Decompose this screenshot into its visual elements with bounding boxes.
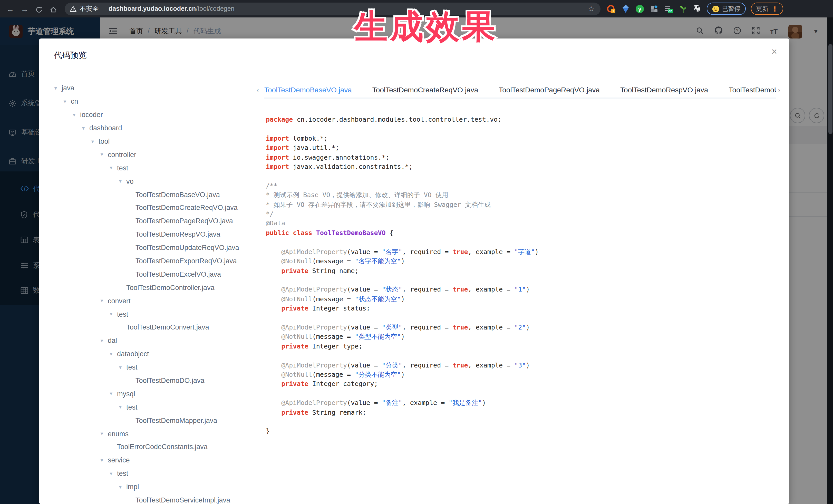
- caret-down-icon[interactable]: ▼: [109, 471, 117, 476]
- tree-folder[interactable]: ▼iocoder: [53, 108, 274, 122]
- tree-folder[interactable]: ▼mysql: [53, 387, 274, 401]
- tree-folder[interactable]: ▼service: [53, 454, 274, 467]
- file-tab[interactable]: ToolTestDemoPageReqVO.java: [499, 82, 600, 99]
- tree-file[interactable]: ToolTestDemoController.java: [53, 281, 274, 294]
- tree-folder[interactable]: ▼enums: [53, 427, 274, 440]
- tree-file[interactable]: ToolTestDemoServiceImpl.java: [53, 494, 274, 504]
- tree-label: dashboard: [89, 124, 122, 132]
- caret-down-icon[interactable]: ▼: [109, 312, 117, 317]
- tree-file[interactable]: ToolTestDemoMapper.java: [53, 414, 274, 427]
- tree-folder[interactable]: ▼test: [53, 361, 274, 374]
- caret-down-icon[interactable]: ▼: [53, 86, 62, 91]
- caret-down-icon[interactable]: ▼: [118, 484, 126, 489]
- back-icon[interactable]: ←: [3, 4, 18, 13]
- tree-file[interactable]: ToolTestDemoExcelVO.java: [53, 268, 274, 281]
- puzzle-extension-icon[interactable]: [693, 4, 701, 13]
- tree-folder[interactable]: ▼test: [53, 162, 274, 175]
- tree-file[interactable]: ToolTestDemoExportReqVO.java: [53, 254, 274, 268]
- tree-file[interactable]: ToolTestDemoRespVO.java: [53, 228, 274, 241]
- tree-folder[interactable]: ▼convert: [53, 294, 274, 308]
- tree-folder[interactable]: ▼dal: [53, 334, 274, 347]
- forward-icon[interactable]: →: [18, 4, 32, 13]
- tree-label: service: [108, 457, 130, 464]
- tree-label: ToolTestDemoUpdateReqVO.java: [136, 244, 239, 251]
- tree-label: test: [117, 164, 128, 172]
- caret-down-icon[interactable]: ▼: [118, 405, 126, 410]
- caret-down-icon[interactable]: ▼: [109, 391, 117, 397]
- tree-file[interactable]: ToolTestDemoPageReqVO.java: [53, 215, 274, 228]
- caret-down-icon[interactable]: ▼: [63, 99, 71, 104]
- plant-extension-icon[interactable]: [679, 4, 687, 13]
- tree-file[interactable]: ToolErrorCodeConstants.java: [53, 440, 274, 454]
- svg-text:on: on: [668, 9, 672, 13]
- tree-label: test: [117, 310, 128, 318]
- code-line: import lombok.*;: [266, 134, 779, 143]
- tree-folder[interactable]: ▼java: [53, 81, 274, 95]
- code-line: [266, 124, 779, 134]
- dialog-title: 代码预览: [54, 50, 87, 61]
- caret-down-icon[interactable]: ▼: [90, 139, 98, 144]
- tree-folder[interactable]: ▼dashboard: [53, 121, 274, 135]
- tabs-next-icon[interactable]: ›: [778, 86, 780, 94]
- code-line: [266, 351, 779, 361]
- file-tab[interactable]: ToolTestDemoCreateReqVO.java: [372, 82, 478, 99]
- list-on-extension-icon[interactable]: on: [664, 4, 673, 13]
- code-line: import java.util.*;: [266, 143, 779, 153]
- file-tab[interactable]: ToolTestDemoRespVO.java: [620, 82, 708, 99]
- tree-file[interactable]: ToolTestDemoCreateReqVO.java: [53, 201, 274, 215]
- url-bar[interactable]: 不安全 dashboard.yudao.iocoder.cn/tool/code…: [65, 2, 600, 15]
- close-icon[interactable]: ×: [771, 47, 777, 56]
- update-button[interactable]: 更新 ⋮: [751, 3, 783, 15]
- orange-circle-extension-icon[interactable]: 1: [606, 4, 615, 13]
- caret-down-icon[interactable]: ▼: [72, 112, 80, 117]
- reload-icon[interactable]: [32, 4, 46, 13]
- tree-label: ToolTestDemoBaseVO.java: [136, 191, 220, 198]
- home-icon[interactable]: [46, 4, 61, 13]
- stack-extension-icon[interactable]: [650, 4, 659, 13]
- svg-text:y: y: [638, 6, 641, 12]
- caret-down-icon[interactable]: ▼: [118, 365, 126, 370]
- blue-gem-extension-icon[interactable]: [621, 4, 630, 13]
- tree-label: dataobject: [117, 350, 149, 358]
- code-line: @NotNull(message = "状态不能为空"): [266, 294, 779, 304]
- caret-down-icon[interactable]: ▼: [109, 166, 117, 171]
- tree-file[interactable]: ToolTestDemoUpdateReqVO.java: [53, 241, 274, 254]
- paused-chip[interactable]: 已暂停: [707, 3, 746, 15]
- tree-folder[interactable]: ▼dataobject: [53, 347, 274, 361]
- file-tree: ▼java▼cn▼iocoder▼dashboard▼tool▼controll…: [53, 81, 274, 504]
- code-line: private Integer category;: [266, 380, 779, 389]
- tree-folder[interactable]: ▼cn: [53, 95, 274, 108]
- tree-folder[interactable]: ▼test: [53, 401, 274, 414]
- browser-scrollbar[interactable]: [827, 18, 833, 504]
- file-tab[interactable]: ToolTestDemoBaseVO.java: [264, 82, 352, 99]
- scrollbar-thumb[interactable]: [828, 44, 832, 134]
- caret-down-icon[interactable]: ▼: [100, 458, 108, 463]
- screenshot-root: ← → 不安全 dashboard.yudao.iocoder.cn/tool/…: [0, 0, 833, 504]
- tabs-prev-icon[interactable]: ‹: [257, 86, 259, 94]
- tree-label: ToolTestDemoExportReqVO.java: [136, 257, 237, 265]
- caret-down-icon[interactable]: ▼: [100, 338, 108, 343]
- tree-file[interactable]: ToolTestDemoConvert.java: [53, 321, 274, 334]
- browser-menu-icon[interactable]: ⋮: [771, 5, 778, 13]
- tree-file[interactable]: ToolTestDemoDO.java: [53, 374, 274, 387]
- green-y-extension-icon[interactable]: y: [636, 4, 644, 13]
- tree-folder[interactable]: ▼tool: [53, 135, 274, 148]
- caret-down-icon[interactable]: ▼: [100, 152, 108, 157]
- bookmark-star-icon[interactable]: ☆: [588, 5, 594, 13]
- code-line: /**: [266, 181, 779, 191]
- caret-down-icon[interactable]: ▼: [100, 431, 108, 436]
- tree-folder[interactable]: ▼test: [53, 307, 274, 321]
- tree-folder[interactable]: ▼test: [53, 467, 274, 480]
- tree-label: ToolTestDemoMapper.java: [136, 416, 217, 424]
- tree-folder[interactable]: ▼controller: [53, 148, 274, 162]
- file-tab[interactable]: ToolTestDemoUpdateReqVO.java: [729, 82, 776, 99]
- tree-file[interactable]: ToolTestDemoBaseVO.java: [53, 188, 274, 201]
- caret-down-icon[interactable]: ▼: [100, 298, 108, 303]
- tree-folder[interactable]: ▼impl: [53, 480, 274, 494]
- caret-down-icon[interactable]: ▼: [81, 125, 89, 130]
- caret-down-icon[interactable]: ▼: [109, 352, 117, 357]
- code-viewer[interactable]: package cn.iocoder.dashboard.modules.too…: [266, 115, 779, 436]
- security-label: 不安全: [79, 4, 99, 13]
- caret-down-icon[interactable]: ▼: [118, 178, 126, 184]
- tree-folder[interactable]: ▼vo: [53, 174, 274, 188]
